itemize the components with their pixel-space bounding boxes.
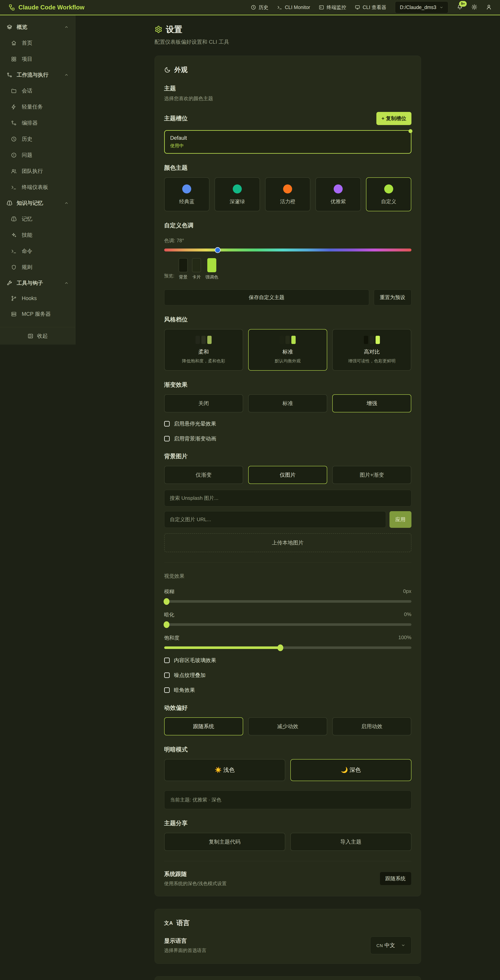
style-option-desc: 增强可读性，色彩更鲜明 (337, 358, 407, 364)
save-custom-theme-button[interactable]: 保存自定义主题 (164, 290, 369, 305)
hue-slider-thumb[interactable] (215, 247, 221, 253)
checkbox[interactable] (164, 673, 170, 678)
system-follow-button[interactable]: 跟随系统 (380, 872, 411, 885)
color-option-custom[interactable]: 自定义 (366, 177, 411, 211)
theme-slot-card[interactable]: Default 使用中 (164, 130, 411, 154)
saturation-value: 100% (398, 635, 411, 641)
style-option-soft[interactable]: 柔和 降低饱和度，柔和色彩 (164, 329, 243, 371)
sidebar-item-skills[interactable]: 技能 (0, 227, 75, 243)
sidebar-group-tools[interactable]: 工具与钩子 (0, 275, 75, 291)
nav-cli-monitor[interactable]: CLI Monitor (277, 5, 310, 10)
mode-dark-button[interactable]: 🌙 深色 (290, 759, 411, 781)
sidebar-item-memory[interactable]: 记忆 (0, 211, 75, 227)
copy-theme-code-button[interactable]: 复制主题代码 (164, 833, 285, 851)
folder-icon (11, 88, 17, 94)
sidebar-group-workflow[interactable]: 工作流与执行 (0, 67, 75, 83)
nav-terminal-monitor-label: 终端监控 (327, 4, 346, 11)
vignette-checkbox-row[interactable]: 暗角效果 (164, 687, 411, 694)
blur-slider[interactable] (164, 600, 411, 603)
sidebar-item-hooks[interactable]: Hooks (0, 291, 75, 306)
motion-follow-system[interactable]: 跟随系统 (164, 718, 243, 735)
nav-cli-viewer[interactable]: CLI 查看器 (355, 4, 386, 11)
sidebar-item-rules[interactable]: 规则 (0, 259, 75, 275)
hover-glow-checkbox-row[interactable]: 启用悬停光晕效果 (164, 420, 411, 427)
color-option-deep-green[interactable]: 深邃绿 (214, 177, 260, 211)
motion-enabled[interactable]: 启用动效 (332, 718, 411, 735)
sidebar-item-orchestrator[interactable]: 编排器 (0, 115, 75, 131)
import-theme-button[interactable]: 导入主题 (290, 833, 411, 851)
checkbox[interactable] (164, 687, 170, 693)
sidebar-item-light-tasks[interactable]: 轻量任务 (0, 99, 75, 115)
glass-effect-label: 内容区毛玻璃效果 (174, 657, 216, 664)
color-swatch (384, 185, 393, 194)
reset-preset-button[interactable]: 重置为预设 (374, 290, 411, 305)
unsplash-search-input[interactable] (164, 490, 411, 506)
bg-mode-gradient-only[interactable]: 仅渐变 (164, 466, 243, 484)
sidebar-item-projects[interactable]: 项目 (0, 51, 75, 67)
nav-history[interactable]: 历史 (251, 4, 268, 11)
checkbox[interactable] (164, 436, 170, 441)
user-menu-button[interactable] (486, 4, 492, 11)
sidebar-group-label: 工作流与执行 (17, 72, 48, 78)
sidebar-item-home[interactable]: 首页 (0, 35, 75, 51)
bg-mode-image-only[interactable]: 仅图片 (248, 466, 327, 484)
sidebar-item-label: 命令 (22, 248, 32, 255)
sidebar-group-overview[interactable]: 概览 (0, 19, 75, 35)
hue-slider[interactable] (164, 248, 411, 251)
terminal-square-icon (319, 5, 324, 10)
gradient-option-standard[interactable]: 标准 (248, 395, 327, 412)
checkbox[interactable] (164, 657, 170, 663)
style-option-standard[interactable]: 标准 默认均衡外观 (248, 329, 327, 371)
shield-icon (11, 264, 17, 270)
sidebar-item-terminal-dashboard[interactable]: 终端仪表板 (0, 179, 75, 195)
notifications-button[interactable]: 9+ (457, 4, 463, 11)
sidebar-item-label: Hooks (22, 295, 37, 301)
sidebar-item-sessions[interactable]: 会话 (0, 83, 75, 99)
visual-effects-label: 视觉效果 (164, 573, 411, 579)
style-option-high-contrast[interactable]: 高对比 增强可读性，色彩更鲜明 (332, 329, 411, 371)
blur-slider-thumb[interactable] (163, 598, 170, 605)
sidebar-item-team-execution[interactable]: 团队执行 (0, 163, 75, 179)
motion-reduced[interactable]: 减少动效 (248, 718, 327, 735)
checkbox[interactable] (164, 421, 170, 426)
chevron-down-icon (401, 943, 405, 947)
users-icon (11, 169, 17, 174)
display-language-title: 显示语言 (164, 937, 206, 945)
bg-gradient-anim-checkbox-row[interactable]: 启用背景渐变动画 (164, 435, 411, 442)
sidebar-item-history[interactable]: 历史 (0, 131, 75, 147)
sidebar-item-issues[interactable]: 问题 (0, 147, 75, 163)
sidebar-item-label: 会话 (22, 87, 32, 94)
blur-value: 0px (403, 588, 411, 595)
saturation-slider-thumb[interactable] (278, 644, 283, 651)
nav-terminal-monitor[interactable]: 终端监控 (319, 4, 346, 11)
divider (164, 861, 411, 861)
style-option-name: 高对比 (337, 348, 407, 355)
apply-url-button[interactable]: 应用 (389, 511, 411, 528)
darken-slider[interactable] (164, 623, 411, 626)
upload-local-image-button[interactable]: 上传本地图片 (164, 533, 411, 552)
chevron-up-icon (64, 73, 68, 77)
sidebar-collapse-button[interactable]: 收起 (0, 327, 75, 345)
gradient-option-off[interactable]: 关闭 (164, 395, 243, 412)
display-language-select[interactable]: CN 中文 (370, 937, 411, 954)
sidebar-item-commands[interactable]: 命令 (0, 243, 75, 259)
glass-effect-checkbox-row[interactable]: 内容区毛玻璃效果 (164, 657, 411, 664)
project-selector[interactable]: D:/Claude_dms3 (395, 2, 448, 13)
copy-slot-button[interactable]: + 复制槽位 (376, 112, 411, 125)
custom-image-url-input[interactable] (164, 511, 386, 528)
theme-toggle-button[interactable] (471, 4, 477, 11)
color-option-classic-blue[interactable]: 经典蓝 (164, 177, 210, 211)
color-option-elegant-purple[interactable]: 优雅紫 (316, 177, 361, 211)
bg-mode-image-gradient[interactable]: 图片+渐变 (332, 466, 411, 484)
mode-dark-label: 深色 (349, 767, 361, 773)
color-option-vivid-orange[interactable]: 活力橙 (265, 177, 311, 211)
motion-pref-label: 动效偏好 (164, 704, 411, 712)
sidebar-group-knowledge[interactable]: 知识与记忆 (0, 195, 75, 211)
gradient-option-enhanced[interactable]: 增强 (332, 395, 411, 412)
sidebar-item-mcp-servers[interactable]: MCP 服务器 (0, 306, 75, 322)
noise-texture-checkbox-row[interactable]: 噪点纹理叠加 (164, 672, 411, 679)
preview-accent-swatch (207, 258, 216, 272)
saturation-slider[interactable] (164, 646, 411, 649)
mode-light-button[interactable]: ☀️ 浅色 (164, 759, 285, 781)
darken-slider-thumb[interactable] (163, 621, 170, 628)
